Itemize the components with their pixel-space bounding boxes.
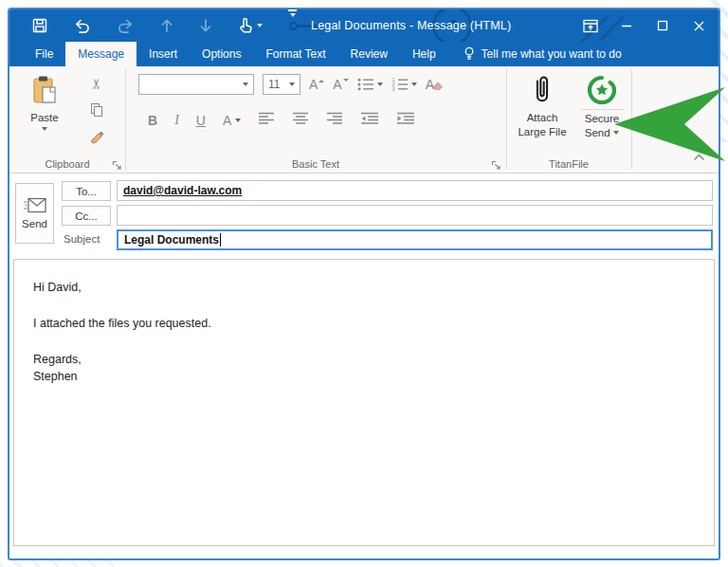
ribbon-display-options-icon[interactable] (573, 9, 609, 42)
minimize-icon[interactable] (609, 9, 645, 42)
align-right-button[interactable] (326, 112, 343, 129)
undo-icon[interactable] (73, 9, 91, 42)
format-painter-icon (89, 129, 105, 145)
attach-large-file-button[interactable]: Attach Large File (515, 70, 570, 159)
align-right-icon (326, 112, 343, 125)
bullets-icon (357, 78, 374, 91)
clear-formatting-button[interactable]: A (426, 77, 444, 92)
bold-button[interactable]: B (148, 113, 157, 128)
paste-button[interactable]: Paste (21, 71, 68, 155)
message-body-editor[interactable]: Hi David, I attached the files you reque… (13, 259, 715, 546)
collapse-ribbon-icon[interactable] (693, 148, 705, 165)
to-button[interactable]: To... (62, 181, 111, 201)
basic-text-row1: 11 A A 123 A (138, 74, 444, 95)
font-name-combobox[interactable] (138, 74, 254, 95)
chevron-down-icon (289, 82, 295, 86)
numbering-icon: 123 (391, 78, 409, 91)
move-down-icon[interactable] (199, 9, 212, 42)
align-left-icon (258, 112, 275, 125)
tab-help[interactable]: Help (400, 42, 448, 66)
cc-field[interactable] (117, 205, 713, 226)
chevron-down-icon (235, 119, 241, 122)
increase-indent-icon (396, 112, 415, 125)
titanfile-group-label: TitanFile (507, 158, 630, 170)
save-icon[interactable] (32, 9, 47, 42)
basic-text-group-label: Basic Text (126, 158, 505, 170)
chevron-down-icon (257, 24, 263, 27)
chevron-down-icon (411, 82, 417, 86)
chevron-down-icon (613, 131, 619, 135)
titanfile-swirl-star-icon (587, 75, 617, 105)
font-size-combobox[interactable]: 11 (263, 74, 300, 95)
tab-review[interactable]: Review (338, 42, 400, 66)
attach-label-line1: Attach (527, 112, 558, 123)
tab-insert[interactable]: Insert (136, 42, 190, 66)
subject-value: Legal Documents (124, 233, 219, 247)
ribbon: Paste ✂ Clipboard 11 (9, 66, 719, 174)
touch-mode-icon[interactable] (238, 9, 263, 42)
clipboard-group-label: Clipboard (9, 158, 125, 170)
lightbulb-icon (464, 46, 475, 62)
maximize-icon[interactable] (645, 9, 681, 42)
redo-icon[interactable] (117, 9, 135, 42)
secure-send-label-line2: Send (585, 126, 610, 140)
outlook-message-window: ↗ (8, 8, 720, 560)
group-divider (506, 69, 507, 170)
copy-button[interactable] (85, 99, 108, 121)
cc-button[interactable]: Cc... (62, 206, 111, 226)
tab-message[interactable]: Message (65, 42, 136, 66)
group-divider (125, 69, 126, 170)
paperclip-icon (530, 73, 555, 107)
eraser-icon (432, 79, 444, 90)
cut-button[interactable]: ✂ (85, 72, 108, 95)
to-field[interactable]: david@david-law.com (117, 180, 713, 201)
grow-font-button[interactable]: A (309, 77, 324, 92)
body-closing: Regards, (33, 351, 695, 369)
font-size-value: 11 (268, 78, 280, 91)
to-recipient[interactable]: david@david-law.com (123, 184, 242, 197)
page-background: ↗ (0, 0, 728, 567)
font-color-button[interactable]: A (223, 113, 241, 128)
bullets-button[interactable] (357, 78, 383, 91)
tell-me-label: Tell me what you want to do (482, 47, 622, 61)
underline-button[interactable]: U (196, 113, 206, 128)
numbering-button[interactable]: 123 (391, 78, 417, 91)
send-button[interactable]: Send (15, 183, 54, 244)
increase-indent-button[interactable] (396, 112, 415, 129)
move-up-icon[interactable] (160, 9, 173, 42)
svg-text:3: 3 (391, 86, 394, 91)
split-button-divider (580, 109, 624, 110)
align-left-button[interactable] (258, 112, 275, 129)
text-cursor (220, 233, 221, 247)
scissors-icon: ✂ (88, 78, 105, 90)
basic-text-dialog-launcher-icon[interactable] (491, 157, 502, 169)
secure-send-button[interactable]: Secure Send (574, 70, 629, 159)
decrease-indent-icon (360, 112, 379, 125)
chevron-down-icon (290, 13, 296, 17)
clipboard-dialog-launcher-icon[interactable] (112, 157, 123, 169)
customize-qat-icon[interactable] (288, 9, 297, 42)
attach-label-line2: Large File (518, 126, 566, 137)
body-line: I attached the files you requested. (33, 315, 695, 333)
body-signature: Stephen (33, 368, 695, 386)
basic-text-row2: B I U A (148, 108, 415, 133)
message-header: Send To... Cc... Subject david@david-law… (9, 174, 719, 258)
shrink-font-button[interactable]: A (333, 77, 348, 92)
ribbon-tab-bar: File Message Insert Options Format Text … (9, 42, 719, 66)
tell-me-box[interactable]: Tell me what you want to do (464, 42, 622, 66)
align-center-button[interactable] (292, 112, 309, 129)
chevron-down-icon (243, 82, 248, 86)
caret-up-icon (318, 80, 324, 82)
close-icon[interactable] (681, 9, 717, 42)
chevron-down-icon (377, 82, 383, 86)
italic-button[interactable]: I (174, 113, 179, 128)
format-painter-button[interactable] (85, 125, 108, 148)
tab-file[interactable]: File (23, 42, 65, 66)
subject-field[interactable]: Legal Documents (117, 229, 713, 250)
chevron-down-icon (42, 127, 47, 131)
subject-label: Subject (64, 233, 100, 245)
tab-options[interactable]: Options (190, 42, 253, 66)
tab-format-text[interactable]: Format Text (253, 42, 337, 66)
decrease-indent-button[interactable] (360, 112, 379, 129)
title-bar: ↗ (9, 9, 719, 42)
